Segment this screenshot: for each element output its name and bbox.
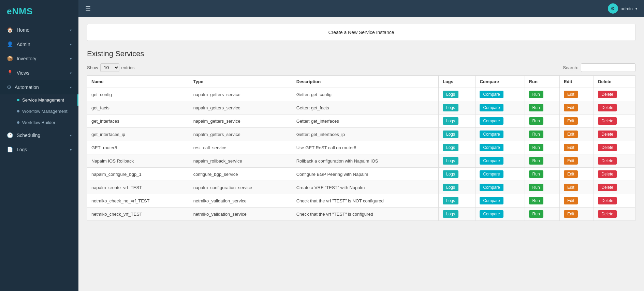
- sidebar-item-inventory[interactable]: 📦 Inventory ▾: [0, 51, 78, 66]
- sidebar-item-automation[interactable]: ⚙ Automation ▾: [0, 80, 78, 94]
- cell-delete: Delete: [594, 114, 635, 128]
- cell-delete: Delete: [594, 194, 635, 208]
- run-button[interactable]: Run: [529, 131, 543, 138]
- edit-button[interactable]: Edit: [564, 210, 578, 218]
- logs-button[interactable]: Logs: [443, 144, 458, 151]
- cell-name: get_facts: [87, 101, 189, 114]
- delete-button[interactable]: Delete: [598, 144, 617, 151]
- hamburger-menu-icon[interactable]: ☰: [85, 5, 91, 12]
- run-button[interactable]: Run: [529, 157, 543, 165]
- logs-button[interactable]: Logs: [443, 157, 458, 165]
- run-button[interactable]: Run: [529, 144, 543, 151]
- compare-button[interactable]: Compare: [480, 157, 503, 165]
- logs-button[interactable]: Logs: [443, 91, 458, 98]
- delete-button[interactable]: Delete: [598, 117, 617, 125]
- delete-button[interactable]: Delete: [598, 170, 617, 178]
- compare-button[interactable]: Compare: [480, 184, 503, 191]
- cell-run: Run: [525, 88, 559, 101]
- cell-logs: Logs: [438, 168, 475, 181]
- sidebar-subitem-workflow-builder[interactable]: Workflow Builder: [0, 117, 78, 128]
- edit-button[interactable]: Edit: [564, 197, 578, 204]
- delete-button[interactable]: Delete: [598, 131, 617, 138]
- search-input[interactable]: [581, 63, 635, 72]
- delete-button[interactable]: Delete: [598, 157, 617, 165]
- cell-compare: Compare: [475, 128, 525, 141]
- run-button[interactable]: Run: [529, 184, 543, 191]
- cell-type: napalm_getters_service: [189, 88, 292, 101]
- cell-edit: Edit: [559, 141, 594, 154]
- run-button[interactable]: Run: [529, 104, 543, 111]
- cell-name: netmiko_check_no_vrf_TEST: [87, 194, 189, 208]
- entries-per-page-select[interactable]: 10 25 50 100: [100, 63, 119, 72]
- logs-button[interactable]: Logs: [443, 131, 458, 138]
- avatar-icon: ⚙: [611, 6, 615, 11]
- sidebar-item-logs-label: Logs: [17, 147, 27, 152]
- cell-description: Getter: get_config: [292, 88, 438, 101]
- run-button[interactable]: Run: [529, 210, 543, 218]
- edit-button[interactable]: Edit: [564, 131, 578, 138]
- service-management-dot: [17, 99, 19, 101]
- run-button[interactable]: Run: [529, 91, 543, 98]
- edit-button[interactable]: Edit: [564, 157, 578, 165]
- edit-button[interactable]: Edit: [564, 91, 578, 98]
- sidebar-subitem-service-management[interactable]: Service Management: [0, 94, 78, 106]
- user-dropdown-icon[interactable]: ▾: [635, 7, 637, 11]
- logs-button[interactable]: Logs: [443, 197, 458, 204]
- sidebar-item-inventory-label: Inventory: [17, 56, 36, 61]
- edit-button[interactable]: Edit: [564, 144, 578, 151]
- delete-button[interactable]: Delete: [598, 91, 617, 98]
- compare-button[interactable]: Compare: [480, 144, 503, 151]
- sidebar-subitem-workflow-management[interactable]: Workflow Management: [0, 106, 78, 117]
- logs-button[interactable]: Logs: [443, 117, 458, 125]
- edit-button[interactable]: Edit: [564, 104, 578, 111]
- user-avatar: ⚙: [608, 3, 618, 14]
- logs-button[interactable]: Logs: [443, 184, 458, 191]
- cell-name: get_interfaces: [87, 114, 189, 128]
- compare-button[interactable]: Compare: [480, 197, 503, 204]
- table-header-row: Name Type Description Logs Compare Run E…: [87, 76, 635, 88]
- cell-delete: Delete: [594, 101, 635, 114]
- cell-compare: Compare: [475, 154, 525, 168]
- compare-button[interactable]: Compare: [480, 104, 503, 111]
- run-button[interactable]: Run: [529, 197, 543, 204]
- cell-compare: Compare: [475, 114, 525, 128]
- edit-button[interactable]: Edit: [564, 184, 578, 191]
- compare-button[interactable]: Compare: [480, 170, 503, 178]
- create-service-button[interactable]: Create a New Service Instance: [91, 28, 631, 36]
- create-service-wrapper: Create a New Service Instance: [87, 24, 635, 41]
- delete-button[interactable]: Delete: [598, 210, 617, 218]
- cell-edit: Edit: [559, 208, 594, 221]
- compare-button[interactable]: Compare: [480, 117, 503, 125]
- sidebar-item-home[interactable]: 🏠 Home ▾: [0, 23, 78, 37]
- logs-chevron: ▾: [70, 148, 72, 152]
- cell-compare: Compare: [475, 181, 525, 194]
- sidebar-item-admin[interactable]: 👤 Admin ▾: [0, 37, 78, 51]
- table-row: GET_router8 rest_call_service Use GET Re…: [87, 141, 635, 154]
- logs-button[interactable]: Logs: [443, 104, 458, 111]
- cell-logs: Logs: [438, 128, 475, 141]
- delete-button[interactable]: Delete: [598, 197, 617, 204]
- col-description: Description: [292, 76, 438, 88]
- delete-button[interactable]: Delete: [598, 104, 617, 111]
- cell-run: Run: [525, 208, 559, 221]
- home-icon: 🏠: [7, 27, 13, 33]
- cell-description: Configure BGP Peering with Napalm: [292, 168, 438, 181]
- edit-button[interactable]: Edit: [564, 170, 578, 178]
- delete-button[interactable]: Delete: [598, 184, 617, 191]
- inventory-chevron: ▾: [70, 57, 72, 61]
- home-chevron: ▾: [70, 28, 72, 32]
- compare-button[interactable]: Compare: [480, 91, 503, 98]
- run-button[interactable]: Run: [529, 117, 543, 125]
- logs-button[interactable]: Logs: [443, 170, 458, 178]
- edit-button[interactable]: Edit: [564, 117, 578, 125]
- cell-delete: Delete: [594, 141, 635, 154]
- compare-button[interactable]: Compare: [480, 210, 503, 218]
- logs-button[interactable]: Logs: [443, 210, 458, 218]
- sidebar-item-scheduling[interactable]: 🕐 Scheduling ▾: [0, 128, 78, 142]
- cell-delete: Delete: [594, 154, 635, 168]
- run-button[interactable]: Run: [529, 170, 543, 178]
- sidebar-item-logs[interactable]: 📄 Logs ▾: [0, 142, 78, 157]
- sidebar-item-views[interactable]: 📍 Views ▾: [0, 66, 78, 80]
- scheduling-chevron: ▾: [70, 134, 72, 137]
- compare-button[interactable]: Compare: [480, 131, 503, 138]
